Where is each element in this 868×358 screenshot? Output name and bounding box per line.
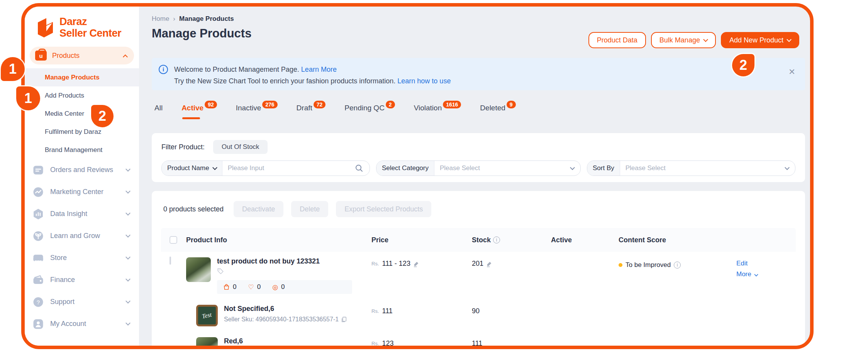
delete-button[interactable]: Delete xyxy=(291,201,328,217)
sidebar-item-add-products[interactable]: Add Products xyxy=(25,86,139,105)
tab-draft[interactable]: Draft72 xyxy=(297,104,326,119)
data-insight-icon xyxy=(32,208,44,220)
chevron-down-icon xyxy=(754,272,758,276)
edit-price-icon[interactable] xyxy=(413,260,420,267)
products-bag-icon: u xyxy=(35,51,47,61)
learn-more-link[interactable]: Learn More xyxy=(301,66,337,73)
chevron-down-icon xyxy=(787,37,792,42)
product-title[interactable]: Not Specified,6 xyxy=(224,305,347,313)
sort-by-select[interactable]: Sort By Please Select xyxy=(587,160,795,176)
more-link[interactable]: More xyxy=(736,270,796,278)
sidebar: Daraz Seller Center u Products Manage Pr… xyxy=(25,7,139,346)
tag-icon xyxy=(217,268,224,275)
price-cell: Rs. 123 xyxy=(371,337,472,348)
col-stock: Stocki xyxy=(472,236,551,244)
copy-icon[interactable] xyxy=(341,316,347,323)
category-placeholder: Please Select xyxy=(434,164,571,172)
chevron-down-icon xyxy=(703,37,708,42)
out-of-stock-chip[interactable]: Out Of Stock xyxy=(213,140,268,154)
table-row: Red,6 Rs. 123 111 xyxy=(161,332,796,349)
info-icon: i xyxy=(159,65,168,74)
row-actions: Edit More xyxy=(736,257,796,278)
product-image[interactable] xyxy=(196,337,218,349)
tab-all[interactable]: All xyxy=(154,104,163,119)
add-new-product-button[interactable]: Add New Product xyxy=(721,32,799,48)
logo-line1: Daraz xyxy=(59,16,121,27)
heart-icon: ♡ xyxy=(248,283,254,291)
daraz-logo: Daraz Seller Center xyxy=(25,16,139,39)
search-icon[interactable] xyxy=(355,164,363,172)
table-row: Test Not Specified,6 Seller Sku: 4960593… xyxy=(161,299,796,332)
breadcrumb-home[interactable]: Home xyxy=(152,15,169,22)
bulk-manage-button[interactable]: Bulk Manage xyxy=(651,32,716,48)
chevron-down-icon xyxy=(125,321,131,326)
header-actions: Product Data Bulk Manage Add New Product xyxy=(588,32,799,48)
search-input[interactable] xyxy=(222,164,355,172)
views-stat: ◎ 0 xyxy=(272,283,285,291)
tab-deleted-count: 9 xyxy=(507,101,516,108)
sidebar-item-brand-management[interactable]: Brand Management xyxy=(25,141,139,159)
product-data-button[interactable]: Product Data xyxy=(588,32,646,48)
table-header: Product Info Price Stocki Active Content… xyxy=(161,228,796,252)
cart-stat: 0 xyxy=(223,283,236,291)
product-image[interactable] xyxy=(186,257,211,282)
finance-icon xyxy=(32,274,44,286)
score-dot-icon xyxy=(619,263,622,267)
sidebar-item-finance[interactable]: Finance xyxy=(25,269,139,291)
sidebar-item-my-account[interactable]: My Account xyxy=(25,313,139,335)
banner-line2: Try the New Size Chart Tool to enrich yo… xyxy=(174,77,395,85)
stock-cell: 90 xyxy=(472,305,551,315)
bag-icon xyxy=(223,284,230,290)
products-label: Products xyxy=(52,52,80,60)
annotation-badge-2: 2 xyxy=(91,105,114,127)
main-content: Home›Manage Products Manage Products Pro… xyxy=(139,7,810,346)
info-icon[interactable]: i xyxy=(674,262,681,268)
info-icon[interactable]: i xyxy=(493,236,500,243)
chevron-down-icon xyxy=(570,165,575,170)
product-title[interactable]: test product do not buy 123321 xyxy=(217,257,352,265)
sidebar-item-data-insight[interactable]: Data Insight xyxy=(25,203,139,225)
tab-violation-count: 1616 xyxy=(443,101,461,108)
annotation-badge-1: 1 xyxy=(16,86,40,110)
sidebar-item-products[interactable]: u Products xyxy=(30,47,134,64)
tab-deleted[interactable]: Deleted9 xyxy=(480,104,515,119)
learn-how-to-use-link[interactable]: Learn how to use xyxy=(397,77,451,85)
sidebar-item-orders-and-reviews[interactable]: Orders and Reviews xyxy=(25,159,139,181)
sidebar-item-learn-and-grow[interactable]: Learn and Grow xyxy=(25,225,139,247)
stock-cell: 201 xyxy=(472,257,551,268)
sidebar-item-fulfilment-by-daraz[interactable]: Fulfilment by Daraz xyxy=(25,123,139,141)
sidebar-item-store[interactable]: Store xyxy=(25,247,139,269)
product-image[interactable]: Test xyxy=(196,305,218,326)
content-score-cell: To be Improved i xyxy=(619,257,736,269)
col-price: Price xyxy=(371,236,472,244)
chevron-down-icon xyxy=(785,165,790,170)
deactivate-button[interactable]: Deactivate xyxy=(234,201,283,217)
chevron-down-icon xyxy=(125,277,131,282)
tab-active[interactable]: Active92 xyxy=(181,104,217,119)
sort-placeholder: Please Select xyxy=(620,164,785,172)
export-selected-button[interactable]: Export Selected Products xyxy=(336,201,431,217)
annotation-badge-1: 1 xyxy=(1,57,25,81)
category-select[interactable]: Select Category Please Select xyxy=(376,160,581,176)
sidebar-item-manage-products[interactable]: Manage Products xyxy=(25,68,139,86)
my-account-icon xyxy=(32,318,44,330)
chevron-down-icon xyxy=(212,165,217,170)
edit-stock-icon[interactable] xyxy=(486,260,493,267)
sidebar-item-support[interactable]: ? Support xyxy=(25,291,139,313)
product-title[interactable]: Red,6 xyxy=(224,337,243,345)
close-icon[interactable]: × xyxy=(789,66,795,77)
learn-grow-icon xyxy=(32,230,44,242)
tab-inactive[interactable]: Inactive276 xyxy=(236,104,278,119)
price-cell: Rs. 111 xyxy=(371,305,472,315)
product-stats-bar: 0 ♡ 0 ◎ 0 xyxy=(217,280,352,294)
tab-violation[interactable]: Violation1616 xyxy=(414,104,461,119)
select-all-checkbox[interactable] xyxy=(170,236,177,244)
app-window: Daraz Seller Center u Products Manage Pr… xyxy=(21,3,814,349)
tab-pending-qc[interactable]: Pending QC2 xyxy=(344,104,395,119)
product-name-selector[interactable]: Product Name xyxy=(162,161,222,176)
edit-link[interactable]: Edit xyxy=(736,260,796,267)
sidebar-item-marketing-center[interactable]: Marketing Center xyxy=(25,181,139,203)
sidebar-item-media-center[interactable]: Media Center xyxy=(25,105,139,123)
row-checkbox[interactable] xyxy=(170,257,171,265)
chevron-down-icon xyxy=(125,255,131,260)
